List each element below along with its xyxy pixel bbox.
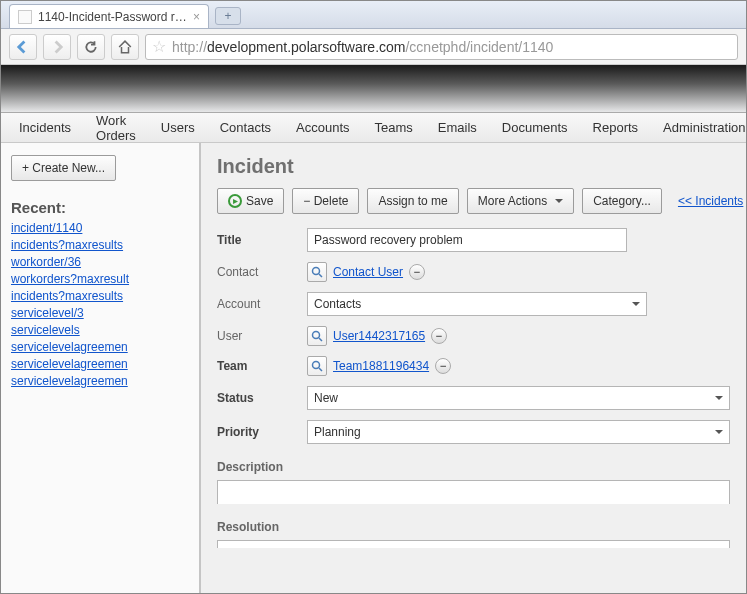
recent-link[interactable]: workorders?maxresult [11,271,189,288]
contact-remove-button[interactable]: − [409,264,425,280]
row-team: Team Team1881196434 − [217,356,730,376]
back-to-incidents-link[interactable]: << Incidents [678,194,743,208]
favicon-icon [18,10,32,24]
browser-tab-strip: 1140-Incident-Password re... × + [1,1,746,29]
nav-reports[interactable]: Reports [581,113,652,142]
main-nav: Incidents Work Orders Users Contacts Acc… [1,113,746,143]
label-title: Title [217,233,307,247]
label-contact: Contact [217,265,307,279]
title-input[interactable] [307,228,627,252]
recent-link[interactable]: servicelevel/3 [11,305,189,322]
chevron-down-icon [715,430,723,438]
label-priority: Priority [217,425,307,439]
label-status: Status [217,391,307,405]
row-account: Account Contacts [217,292,730,316]
account-select[interactable]: Contacts [307,292,647,316]
tab-title: 1140-Incident-Password re... [38,10,187,24]
contact-lookup-button[interactable] [307,262,327,282]
row-user: User User1442317165 − [217,326,730,346]
recent-link[interactable]: servicelevelagreemen [11,373,189,390]
chevron-down-icon [632,302,640,310]
reload-icon [84,40,98,54]
page-title: Incident [217,155,730,178]
team-remove-button[interactable]: − [435,358,451,374]
home-button[interactable] [111,34,139,60]
nav-contacts[interactable]: Contacts [208,113,284,142]
contact-link[interactable]: Contact User [333,265,403,279]
chevron-down-icon [715,396,723,404]
sidebar: + Create New... Recent: incident/1140 in… [1,143,201,593]
create-new-button[interactable]: + Create New... [11,155,116,181]
delete-button[interactable]: − Delete [292,188,359,214]
recent-link[interactable]: servicelevelagreemen [11,339,189,356]
svg-line-5 [319,368,322,371]
recent-link[interactable]: incidents?maxresults [11,237,189,254]
recent-heading: Recent: [11,199,189,216]
nav-work-orders[interactable]: Work Orders [84,113,149,142]
nav-accounts[interactable]: Accounts [284,113,362,142]
nav-emails[interactable]: Emails [426,113,490,142]
search-icon [311,266,323,278]
browser-tab[interactable]: 1140-Incident-Password re... × [9,4,209,28]
row-title: Title [217,228,730,252]
label-description: Description [217,460,730,474]
team-lookup-button[interactable] [307,356,327,376]
label-team: Team [217,359,307,373]
recent-list: incident/1140 incidents?maxresults worko… [11,220,189,390]
arrow-right-icon [50,40,64,54]
user-link[interactable]: User1442317165 [333,329,425,343]
recent-link[interactable]: workorder/36 [11,254,189,271]
category-button[interactable]: Category... [582,188,662,214]
user-remove-button[interactable]: − [431,328,447,344]
bookmark-star-icon[interactable]: ☆ [152,37,166,56]
nav-users[interactable]: Users [149,113,208,142]
url-input[interactable]: ☆ http://development.polarsoftware.com/c… [145,34,738,60]
user-lookup-button[interactable] [307,326,327,346]
row-status: Status New [217,386,730,410]
browser-toolbar: ☆ http://development.polarsoftware.com/c… [1,29,746,65]
resolution-textarea[interactable] [217,540,730,548]
forward-button[interactable] [43,34,71,60]
svg-line-1 [319,274,322,277]
priority-value: Planning [314,425,361,439]
label-user: User [217,329,307,343]
tab-close-icon[interactable]: × [193,10,200,24]
recent-link[interactable]: incident/1140 [11,220,189,237]
svg-point-4 [313,362,320,369]
recent-link[interactable]: servicelevels [11,322,189,339]
home-icon [118,40,132,54]
nav-documents[interactable]: Documents [490,113,581,142]
recent-link[interactable]: servicelevelagreemen [11,356,189,373]
save-button[interactable]: ▸ Save [217,188,284,214]
search-icon [311,360,323,372]
priority-select[interactable]: Planning [307,420,730,444]
assign-to-me-button[interactable]: Assign to me [367,188,458,214]
nav-administration[interactable]: Administration [651,113,747,142]
description-textarea[interactable] [217,480,730,504]
team-link[interactable]: Team1881196434 [333,359,429,373]
save-icon: ▸ [228,194,242,208]
page-header-banner [1,65,746,113]
search-icon [311,330,323,342]
status-select[interactable]: New [307,386,730,410]
status-value: New [314,391,338,405]
new-tab-button[interactable]: + [215,7,241,25]
svg-line-3 [319,338,322,341]
main-area: + Create New... Recent: incident/1140 in… [1,143,746,593]
toolbar: ▸ Save − Delete Assign to me More Action… [217,188,730,214]
arrow-left-icon [16,40,30,54]
url-text: http://development.polarsoftware.com/ccn… [172,39,731,55]
row-priority: Priority Planning [217,420,730,444]
label-resolution: Resolution [217,520,730,534]
label-account: Account [217,297,307,311]
nav-incidents[interactable]: Incidents [7,113,84,142]
reload-button[interactable] [77,34,105,60]
more-actions-button[interactable]: More Actions [467,188,574,214]
content-area: Incident ▸ Save − Delete Assign to me Mo… [201,143,746,593]
back-button[interactable] [9,34,37,60]
recent-link[interactable]: incidents?maxresults [11,288,189,305]
row-contact: Contact Contact User − [217,262,730,282]
account-value: Contacts [314,297,361,311]
nav-teams[interactable]: Teams [363,113,426,142]
svg-point-2 [313,332,320,339]
